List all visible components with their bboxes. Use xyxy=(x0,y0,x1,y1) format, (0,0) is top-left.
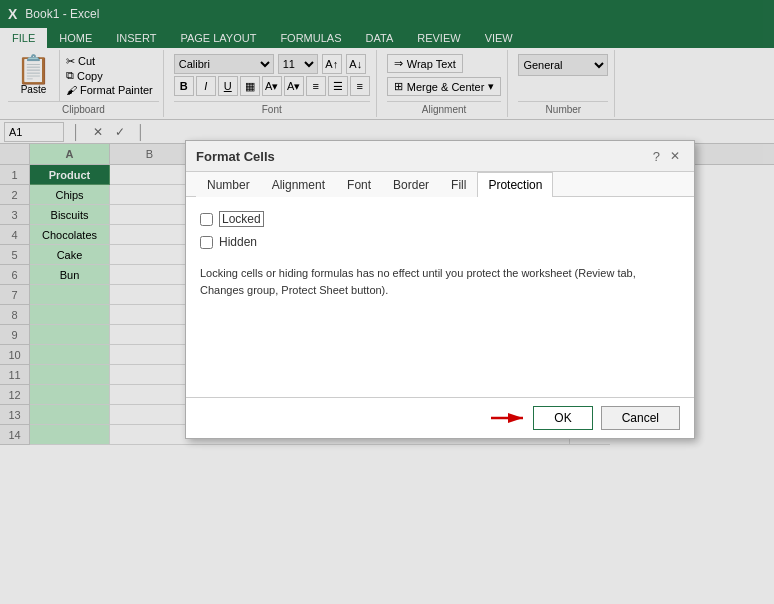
arrow-indicator xyxy=(489,408,529,428)
locked-row: Locked xyxy=(200,211,680,227)
ok-button[interactable]: OK xyxy=(533,406,592,430)
hidden-label: Hidden xyxy=(219,235,257,249)
locked-checkbox[interactable] xyxy=(200,213,213,226)
dialog-footer: OK Cancel xyxy=(186,397,694,438)
dialog-body: Locked Hidden Locking cells or hiding fo… xyxy=(186,197,694,397)
locked-label: Locked xyxy=(219,211,264,227)
format-cells-dialog: Format Cells ? ✕ Number Alignment Font B… xyxy=(185,140,695,439)
dialog-controls: ? ✕ xyxy=(653,147,684,165)
tab-alignment[interactable]: Alignment xyxy=(261,172,336,197)
tab-font[interactable]: Font xyxy=(336,172,382,197)
dialog-title: Format Cells xyxy=(196,149,275,164)
dialog-help-button[interactable]: ? xyxy=(653,149,660,164)
dialog-titlebar: Format Cells ? ✕ xyxy=(186,141,694,172)
dialog-tabs: Number Alignment Font Border Fill Protec… xyxy=(186,172,694,197)
hidden-row: Hidden xyxy=(200,235,680,249)
tab-fill[interactable]: Fill xyxy=(440,172,477,197)
protection-info-text: Locking cells or hiding formulas has no … xyxy=(200,265,640,298)
tab-border[interactable]: Border xyxy=(382,172,440,197)
hidden-checkbox[interactable] xyxy=(200,236,213,249)
tab-protection[interactable]: Protection xyxy=(477,172,553,197)
dialog-close-button[interactable]: ✕ xyxy=(666,147,684,165)
ok-btn-container: OK xyxy=(533,406,592,430)
cancel-button[interactable]: Cancel xyxy=(601,406,680,430)
tab-number[interactable]: Number xyxy=(196,172,261,197)
